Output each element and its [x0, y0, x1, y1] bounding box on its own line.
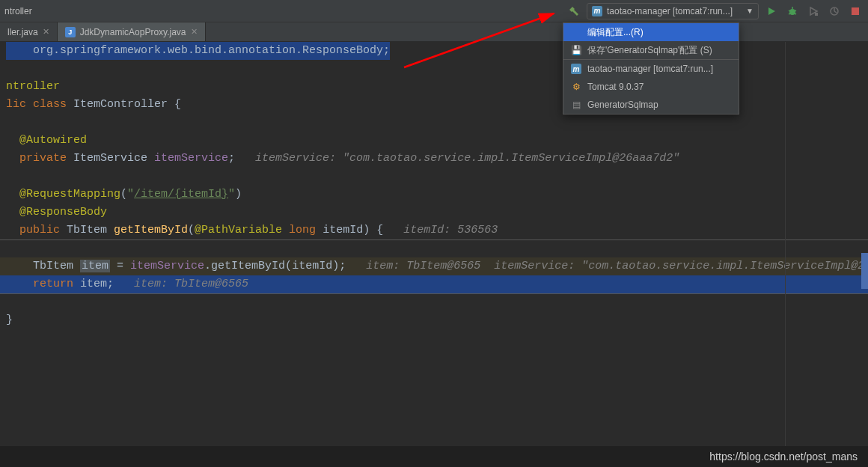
- code-hint: itemId: 536563: [403, 224, 498, 236]
- code-text: .getItemById(: [204, 260, 292, 272]
- svg-line-3: [789, 10, 790, 11]
- java-class-icon: J: [65, 27, 76, 37]
- dropdown-item-label: GeneratorSqlmap: [587, 100, 658, 110]
- code-text: lic: [6, 98, 33, 111]
- code-text: ": [127, 188, 134, 201]
- scroll-marker: [861, 253, 868, 289]
- code-text: org.springframework.web.bind.annotation.…: [6, 42, 390, 60]
- svg-line-5: [789, 13, 790, 14]
- main-toolbar: ntroller m taotao-manager [tomcat7:run..…: [0, 0, 868, 22]
- code-text: return: [6, 278, 80, 290]
- code-text: ItemController {: [73, 98, 181, 111]
- code-text: getItemById: [114, 224, 188, 236]
- code-text: item: [80, 260, 110, 272]
- build-icon[interactable]: [566, 3, 582, 19]
- profile-button[interactable]: [826, 3, 843, 19]
- code-text: TbItem: [67, 224, 114, 236]
- code-text: ItemService: [73, 152, 154, 165]
- code-text: public: [6, 224, 67, 236]
- margin-guide: [785, 42, 786, 446]
- code-text: (: [188, 224, 195, 236]
- code-text: TbItem: [6, 260, 80, 272]
- breadcrumb: ntroller: [4, 6, 32, 16]
- code-text: (: [120, 188, 127, 201]
- svg-line-10: [834, 11, 837, 13]
- svg-rect-7: [815, 13, 818, 16]
- svg-line-6: [795, 13, 796, 14]
- dropdown-item-label: taotao-manager [tomcat7:run...]: [587, 64, 713, 74]
- code-text: @ResponseBody: [6, 206, 107, 219]
- code-text: long: [289, 224, 323, 236]
- chevron-down-icon: ▼: [746, 7, 754, 15]
- app-icon: ▤: [571, 100, 581, 110]
- tab-ller[interactable]: ller.java ✕: [0, 22, 58, 41]
- tab-label: JdkDynamicAopProxy.java: [80, 27, 186, 37]
- code-text: ": [228, 188, 235, 201]
- dropdown-item-generator[interactable]: ▤ GeneratorSqlmap: [563, 96, 739, 114]
- code-hint: item: TbItem@6565: [134, 278, 248, 290]
- tab-jdkproxy[interactable]: J JdkDynamicAopProxy.java ✕: [58, 22, 206, 41]
- code-text: ntroller: [6, 80, 60, 93]
- code-hint: item: TbItem@6565 itemService: "com.taot…: [366, 260, 868, 272]
- code-text: itemId: [292, 260, 332, 272]
- code-text: ;: [228, 152, 255, 165]
- code-text: ): [235, 188, 242, 201]
- watermark-text: https://blog.csdn.net/post_mans: [709, 451, 858, 463]
- dropdown-item-label: 保存'GeneratorSqlmap'配置 (S): [587, 44, 712, 57]
- code-text: itemService: [130, 260, 204, 272]
- coverage-button[interactable]: [805, 3, 822, 19]
- code-text: class: [33, 98, 73, 111]
- code-text: =: [110, 260, 130, 272]
- code-text: @PathVariable: [195, 224, 289, 236]
- dropdown-item-taotao[interactable]: m taotao-manager [tomcat7:run...]: [563, 60, 739, 78]
- maven-icon: m: [571, 64, 581, 74]
- run-config-dropdown: 编辑配置...(R) 💾 保存'GeneratorSqlmap'配置 (S) m…: [563, 22, 739, 115]
- code-text: item: [80, 278, 107, 290]
- dropdown-item-label: Tomcat 9.0.37: [587, 82, 644, 92]
- code-text: ;: [107, 278, 134, 290]
- code-text: @RequestMapping: [6, 188, 120, 201]
- tomcat-icon: ⚙: [571, 82, 581, 92]
- maven-icon: m: [592, 6, 602, 16]
- run-config-selector[interactable]: m taotao-manager [tomcat7:run...] ▼: [587, 3, 759, 19]
- stop-button[interactable]: [847, 3, 864, 19]
- code-text: /item/{itemId}: [134, 188, 228, 201]
- dropdown-item-save-config[interactable]: 💾 保存'GeneratorSqlmap'配置 (S): [563, 41, 739, 59]
- status-bar: https://blog.csdn.net/post_mans: [0, 446, 868, 467]
- code-text: }: [6, 314, 13, 326]
- dropdown-item-tomcat[interactable]: ⚙ Tomcat 9.0.37: [563, 78, 739, 96]
- code-text: );: [332, 260, 366, 272]
- code-text: private: [6, 152, 73, 165]
- code-text: @Autowired: [6, 134, 87, 147]
- debug-button[interactable]: [784, 3, 801, 19]
- svg-point-1: [789, 9, 795, 15]
- close-icon[interactable]: ✕: [43, 27, 49, 37]
- code-text: itemId) {: [323, 224, 403, 236]
- tab-label: ller.java: [7, 27, 38, 37]
- dropdown-item-label: 编辑配置...(R): [587, 26, 644, 39]
- run-config-label: taotao-manager [tomcat7:run...]: [607, 6, 742, 16]
- close-icon[interactable]: ✕: [191, 27, 198, 37]
- svg-rect-11: [852, 7, 859, 15]
- dropdown-item-edit-config[interactable]: 编辑配置...(R): [563, 23, 739, 41]
- run-button[interactable]: [763, 3, 780, 19]
- code-text: itemService: [154, 152, 228, 165]
- svg-line-4: [795, 10, 796, 11]
- save-icon: 💾: [571, 45, 581, 55]
- code-hint: itemService: "com.taotao.service.impl.It…: [255, 152, 679, 165]
